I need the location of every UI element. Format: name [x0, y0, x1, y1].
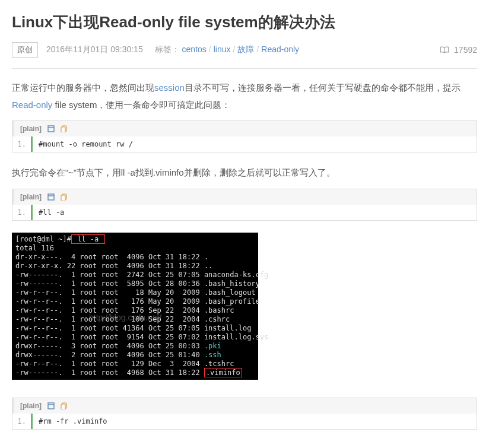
code-content: #mount -o remount rw /	[33, 136, 477, 152]
svg-rect-3	[48, 194, 54, 200]
tag-readonly[interactable]: Read-only	[261, 45, 299, 54]
code-lang-label: [plain]	[20, 193, 42, 201]
svg-rect-0	[48, 126, 54, 132]
code-lang-label: [plain]	[20, 402, 42, 410]
copy-icon[interactable]	[61, 402, 68, 409]
svg-rect-6	[48, 403, 54, 409]
view-icon[interactable]	[47, 193, 55, 201]
code-content: #ll -a	[33, 205, 477, 220]
publish-date: 2016年11月01日 09:30:15	[46, 45, 143, 55]
tags-label: 标签：	[155, 45, 180, 54]
line-number: 1.	[12, 136, 33, 152]
original-badge: 原创	[12, 42, 38, 58]
copy-icon[interactable]	[61, 193, 68, 201]
svg-rect-5	[61, 195, 65, 201]
link-session[interactable]: session	[154, 82, 185, 93]
book-icon	[440, 46, 449, 54]
link-readonly[interactable]: Read-only	[12, 100, 52, 110]
code-block-2: [plain] 1. #ll -a	[12, 189, 477, 221]
view-icon[interactable]	[47, 125, 55, 132]
code-block-1: [plain] 1. #mount -o remount rw /	[12, 120, 477, 152]
views-count: 17592	[440, 45, 477, 55]
line-number: 1.	[12, 205, 33, 220]
page-title: Linux下出现Read-only file system的解决办法	[12, 12, 477, 33]
code-lang-label: [plain]	[20, 125, 42, 133]
code-content: #rm -fr .viminfo	[33, 414, 477, 429]
intro-paragraph-1: 正常运行中的服务器中，忽然间出现session目录不可写，连接服务器一看，任何关…	[12, 80, 477, 113]
meta-row: 原创 2016年11月01日 09:30:15 标签： centos/linux…	[12, 42, 477, 58]
highlighted-command: ll -a	[71, 234, 105, 244]
tag-centos[interactable]: centos	[182, 45, 207, 54]
svg-rect-8	[61, 404, 65, 409]
code-block-3: [plain] 1. #rm -fr .viminfo	[12, 398, 477, 430]
tag-fault[interactable]: 故障	[237, 45, 254, 54]
intro-paragraph-2: 执行完命令在“~”节点下，用ll -a找到.viminfo并删除，删除之后就可以…	[12, 164, 477, 182]
terminal-screenshot: [root@dml ~]# ll -a total 116 dr-xr-x---…	[12, 233, 258, 380]
view-icon[interactable]	[47, 402, 55, 409]
copy-icon[interactable]	[61, 125, 68, 132]
highlighted-file: .viminfo	[204, 368, 242, 377]
line-number: 1.	[12, 414, 33, 429]
tag-linux[interactable]: linux	[214, 45, 231, 54]
svg-rect-2	[61, 127, 65, 132]
